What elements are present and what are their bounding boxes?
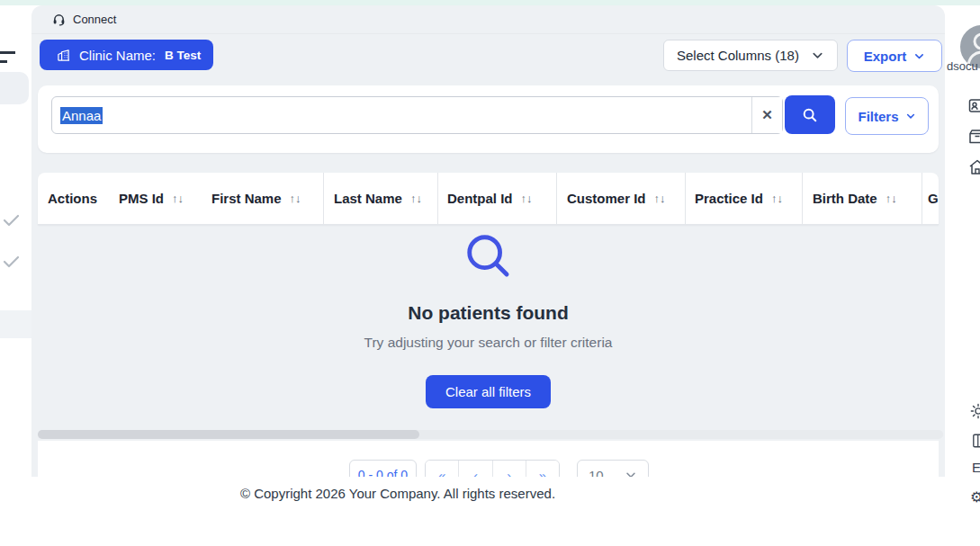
- pagination-bar: 0 - 0 of 0 « ‹ › » 10: [38, 441, 939, 477]
- filters-label: Filters: [858, 109, 898, 124]
- app-root: Connect Clinic Name: B Test Select Colum…: [0, 0, 980, 546]
- pagination-range: 0 - 0 of 0: [349, 460, 417, 477]
- sort-icon[interactable]: ↑↓: [886, 192, 897, 205]
- sidebar-active-item[interactable]: [0, 72, 29, 104]
- sort-icon[interactable]: ↑↓: [410, 192, 422, 205]
- clear-search-button[interactable]: ✕: [751, 97, 782, 133]
- logout-window-icon[interactable]: [972, 433, 980, 451]
- copyright-text: © Copyright 2026 Your Company. All right…: [240, 486, 555, 501]
- contact-card-icon[interactable]: [968, 97, 980, 115]
- last-page-button[interactable]: »: [526, 461, 559, 477]
- empty-state-subtitle: Try adjusting your search or filter crit…: [364, 335, 613, 351]
- column-header-gender-clipped[interactable]: Ge: [922, 173, 939, 224]
- export-label: Export: [864, 49, 907, 64]
- check-icon: [3, 255, 21, 269]
- chevron-down-icon: [913, 50, 925, 62]
- page-size-value: 10: [589, 468, 604, 478]
- headset-icon: [52, 13, 66, 26]
- pagination-nav: « ‹ › »: [425, 460, 560, 477]
- search-card: Annaa ✕ Filters: [38, 85, 939, 153]
- page-size-select[interactable]: 10: [577, 460, 649, 477]
- column-header-first-name[interactable]: First Name↑↓: [200, 173, 324, 224]
- clinic-name-button[interactable]: Clinic Name: B Test: [40, 40, 213, 70]
- clear-all-filters-button[interactable]: Clear all filters: [426, 375, 551, 408]
- sidebar-item-placeholder: [0, 310, 31, 338]
- menu-icon[interactable]: [0, 51, 15, 54]
- first-page-button[interactable]: «: [426, 461, 459, 477]
- check-icon: [3, 213, 21, 228]
- search-input[interactable]: Annaa ✕: [51, 96, 783, 134]
- filters-button[interactable]: Filters: [845, 97, 929, 135]
- export-button[interactable]: Export: [847, 40, 942, 72]
- sun-icon[interactable]: [970, 403, 980, 421]
- home-icon[interactable]: [968, 158, 980, 176]
- main-panel: Connect Clinic Name: B Test Select Colum…: [31, 5, 945, 477]
- search-input-text: Annaa: [52, 97, 751, 133]
- box-icon[interactable]: [968, 128, 980, 146]
- search-empty-icon: [463, 230, 515, 282]
- clinic-label: Clinic Name:: [79, 48, 156, 63]
- column-header-dentpal-id[interactable]: Dentpal Id↑↓: [438, 173, 557, 224]
- empty-state: No patients found Try adjusting your sea…: [31, 230, 945, 408]
- search-icon: [802, 107, 818, 123]
- column-header-practice-id[interactable]: Practice Id↑↓: [686, 173, 803, 224]
- chevron-down-icon: [905, 111, 916, 121]
- horizontal-scrollbar[interactable]: [38, 430, 943, 439]
- chevron-down-icon: [811, 49, 824, 62]
- scrollbar-thumb[interactable]: [38, 430, 419, 439]
- panel-title: Connect: [73, 13, 116, 26]
- column-header-birth-date[interactable]: Birth Date↑↓: [803, 173, 922, 224]
- panel-header: Connect: [31, 5, 945, 34]
- prev-page-button[interactable]: ‹: [459, 461, 492, 477]
- column-header-last-name[interactable]: Last Name↑↓: [324, 173, 438, 224]
- sort-icon[interactable]: ↑↓: [521, 192, 533, 205]
- select-columns-dropdown[interactable]: Select Columns (18): [663, 40, 838, 71]
- sort-icon[interactable]: ↑↓: [771, 192, 783, 205]
- next-page-button[interactable]: ›: [493, 461, 526, 477]
- gear-icon[interactable]: ⚙: [970, 488, 980, 506]
- clipped-label: E: [972, 460, 980, 475]
- search-input-selected-text: Annaa: [60, 107, 103, 124]
- search-button[interactable]: [785, 95, 835, 134]
- table-header-row: Actions PMS Id↑↓ First Name↑↓ Last Name↑…: [38, 173, 939, 225]
- column-header-pms-id[interactable]: PMS Id↑↓: [110, 173, 200, 224]
- select-columns-label: Select Columns (18): [677, 48, 799, 63]
- building-icon: [57, 49, 70, 62]
- clinic-value: B Test: [165, 49, 201, 62]
- chevron-down-icon: [625, 469, 637, 477]
- sort-icon[interactable]: ↑↓: [172, 192, 184, 205]
- empty-state-title: No patients found: [408, 302, 568, 324]
- sort-icon[interactable]: ↑↓: [654, 192, 666, 205]
- sort-icon[interactable]: ↑↓: [290, 192, 301, 205]
- column-header-customer-id[interactable]: Customer Id↑↓: [557, 173, 686, 224]
- menu-icon-fragment: [0, 60, 7, 63]
- user-name-label: dsocu: [947, 59, 978, 73]
- column-header-actions: Actions: [38, 173, 110, 224]
